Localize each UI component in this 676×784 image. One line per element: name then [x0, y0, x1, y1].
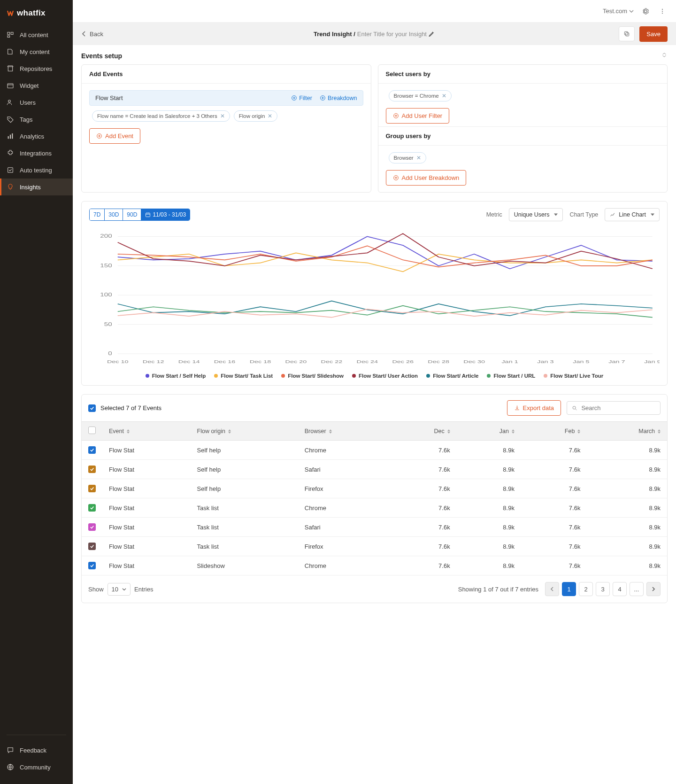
- row-checkbox[interactable]: [88, 485, 96, 492]
- column-header[interactable]: Jan: [457, 422, 521, 441]
- auto-testing-icon: [7, 166, 14, 174]
- sidebar-item-my-content[interactable]: My content: [0, 43, 73, 60]
- event-row: Flow Start Filter Breakdown: [89, 90, 363, 106]
- page-4[interactable]: 4: [613, 582, 627, 596]
- legend-item[interactable]: Flow Start / URL: [487, 373, 535, 379]
- edit-pencil-icon[interactable]: [429, 31, 435, 37]
- row-checkbox[interactable]: [88, 543, 96, 550]
- group-users-title: Group users by: [378, 126, 668, 146]
- table-row[interactable]: Flow StatSelf helpFirefox7.6k8.9k7.6k8.9…: [82, 479, 667, 498]
- settings-gear-icon[interactable]: [640, 6, 651, 16]
- metric-label: Metric: [486, 211, 502, 218]
- sidebar-item-insights[interactable]: Insights: [0, 179, 73, 195]
- add-user-filter-button[interactable]: Add User Filter: [386, 108, 450, 124]
- header-checkbox[interactable]: [88, 427, 96, 434]
- search-box[interactable]: [567, 401, 661, 415]
- legend-item[interactable]: Flow Start/ Article: [426, 373, 478, 379]
- close-icon[interactable]: ✕: [442, 93, 446, 99]
- table-row[interactable]: Flow StatSelf helpChrome7.6k8.9k7.6k8.9k: [82, 441, 667, 460]
- row-checkbox[interactable]: [88, 446, 96, 454]
- svg-rect-14: [626, 32, 629, 36]
- sidebar-item-widget[interactable]: Widget: [0, 77, 73, 94]
- select-all-checkbox[interactable]: [88, 404, 96, 412]
- row-checkbox[interactable]: [88, 562, 96, 569]
- search-input[interactable]: [581, 404, 655, 411]
- event-chip[interactable]: Flow origin✕: [234, 110, 278, 122]
- page-3[interactable]: 3: [596, 582, 610, 596]
- sidebar-item-label: Tags: [20, 116, 32, 123]
- column-header[interactable]: Flow origin: [191, 422, 298, 441]
- range-custom[interactable]: 11/03 - 31/03: [141, 209, 190, 220]
- event-chip[interactable]: Flow name = Create lead in Salesforce + …: [92, 110, 230, 122]
- range-90d[interactable]: 90D: [123, 209, 141, 220]
- column-header[interactable]: March: [587, 422, 667, 441]
- page-...[interactable]: ...: [630, 582, 644, 596]
- sidebar-item-feedback[interactable]: Feedback: [0, 742, 73, 759]
- page-2[interactable]: 2: [579, 582, 593, 596]
- row-checkbox[interactable]: [88, 523, 96, 531]
- brand-logo: whatfix: [0, 6, 73, 26]
- user-filter-chip[interactable]: Browser = Chrome✕: [389, 90, 452, 101]
- breakdown-link[interactable]: Breakdown: [320, 95, 357, 101]
- copy-button[interactable]: [619, 26, 635, 41]
- metric-select[interactable]: Unique Users: [509, 208, 563, 221]
- legend-item[interactable]: Flow Start / Self Help: [146, 373, 206, 379]
- sidebar-item-analytics[interactable]: Analytics: [0, 128, 73, 145]
- column-header[interactable]: Event: [102, 422, 191, 441]
- row-checkbox[interactable]: [88, 466, 96, 473]
- add-user-breakdown-button[interactable]: Add User Breakdown: [386, 170, 467, 186]
- page-1[interactable]: 1: [562, 582, 576, 596]
- close-icon[interactable]: ✕: [268, 113, 272, 119]
- svg-text:Dec 12: Dec 12: [143, 359, 164, 364]
- page-size-select[interactable]: 10: [108, 583, 131, 596]
- back-button[interactable]: Back: [81, 31, 103, 38]
- group-chip[interactable]: Browser✕: [389, 152, 426, 163]
- feedback-icon: [7, 746, 14, 754]
- svg-text:200: 200: [100, 233, 112, 239]
- community-icon: [7, 763, 14, 771]
- row-checkbox[interactable]: [88, 504, 96, 512]
- range-30d[interactable]: 30D: [105, 209, 123, 220]
- filter-link[interactable]: Filter: [291, 95, 312, 101]
- close-icon[interactable]: ✕: [220, 113, 225, 119]
- chart-type-select[interactable]: Line Chart: [605, 208, 660, 221]
- column-header[interactable]: Feb: [521, 422, 587, 441]
- column-header[interactable]: Browser: [298, 422, 390, 441]
- export-data-button[interactable]: Export data: [507, 400, 561, 416]
- save-button[interactable]: Save: [639, 26, 668, 42]
- sidebar-item-label: All content: [20, 31, 48, 39]
- page-next[interactable]: [646, 582, 661, 596]
- insight-title[interactable]: Trend Insight / Enter Title for your Ins…: [314, 31, 435, 38]
- sidebar-item-integrations[interactable]: Integrations: [0, 145, 73, 162]
- page-prev[interactable]: [545, 582, 559, 596]
- table-row[interactable]: Flow StatTask listFirefox7.6k8.9k7.6k8.9…: [82, 537, 667, 556]
- add-event-button[interactable]: Add Event: [89, 128, 140, 144]
- table-row[interactable]: Flow StatTask listSafari7.6k8.9k7.6k8.9k: [82, 518, 667, 537]
- svg-text:Dec 18: Dec 18: [250, 359, 271, 364]
- legend-item[interactable]: Flow Start/ Task List: [214, 373, 273, 379]
- sidebar-item-repositories[interactable]: Repositores: [0, 60, 73, 77]
- domain-label: Test.com: [603, 8, 627, 15]
- sidebar-item-auto-testing[interactable]: Auto testing: [0, 162, 73, 179]
- sidebar-item-users[interactable]: Users: [0, 94, 73, 111]
- legend-item[interactable]: Flow Start/ User Action: [352, 373, 418, 379]
- domain-selector[interactable]: Test.com: [603, 8, 634, 15]
- legend-item[interactable]: Flow Start/ Slideshow: [281, 373, 344, 379]
- close-icon[interactable]: ✕: [416, 155, 421, 161]
- collapse-icon[interactable]: [661, 52, 668, 60]
- more-vertical-icon[interactable]: [657, 6, 668, 16]
- table-row[interactable]: Flow StatTask listChrome7.6k8.9k7.6k8.9k: [82, 498, 667, 518]
- range-7d[interactable]: 7D: [90, 209, 105, 220]
- add-events-title: Add Events: [82, 65, 371, 84]
- brand-text: whatfix: [17, 8, 46, 18]
- column-header[interactable]: Dec: [390, 422, 457, 441]
- table-row[interactable]: Flow StatSlideshowChrome7.6k8.9k7.6k8.9k: [82, 556, 667, 575]
- table-row[interactable]: Flow StatSelf helpSafari7.6k8.9k7.6k8.9k: [82, 460, 667, 479]
- sidebar-item-all-content[interactable]: All content: [0, 26, 73, 43]
- legend-item[interactable]: Flow Start/ Live Tour: [544, 373, 603, 379]
- sidebar-item-community[interactable]: Community: [0, 759, 73, 776]
- svg-point-5: [8, 118, 9, 119]
- sidebar-item-tags[interactable]: Tags: [0, 111, 73, 128]
- insights-icon: [7, 183, 14, 191]
- analytics-icon: [7, 132, 14, 140]
